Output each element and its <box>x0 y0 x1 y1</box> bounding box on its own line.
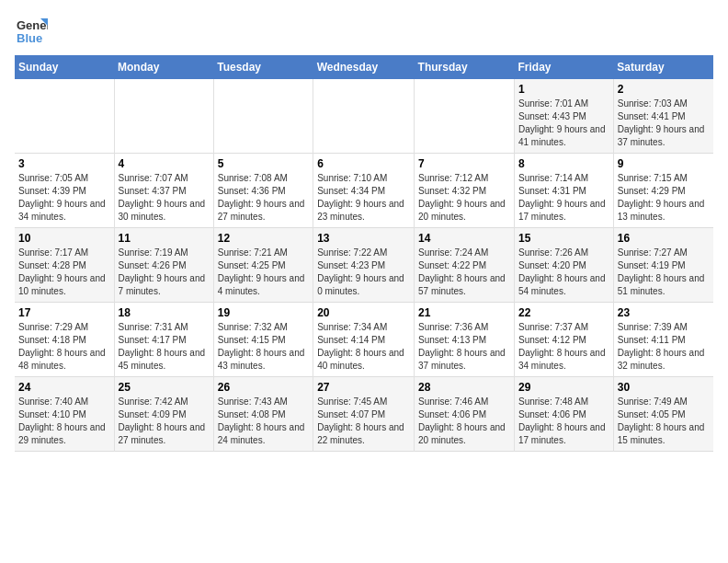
day-info: Sunrise: 7:45 AM Sunset: 4:07 PM Dayligh… <box>317 396 410 447</box>
calendar-week-4: 17Sunrise: 7:29 AM Sunset: 4:18 PM Dayli… <box>15 303 713 377</box>
calendar-cell: 15Sunrise: 7:26 AM Sunset: 4:20 PM Dayli… <box>514 228 613 303</box>
day-number: 24 <box>18 381 110 394</box>
day-info: Sunrise: 7:37 AM Sunset: 4:12 PM Dayligh… <box>518 321 609 373</box>
calendar-cell: 11Sunrise: 7:19 AM Sunset: 4:26 PM Dayli… <box>114 228 213 303</box>
calendar-cell: 24Sunrise: 7:40 AM Sunset: 4:10 PM Dayli… <box>15 377 114 452</box>
day-number: 27 <box>317 381 410 394</box>
day-number: 9 <box>618 157 710 170</box>
calendar-cell: 26Sunrise: 7:43 AM Sunset: 4:08 PM Dayli… <box>213 377 313 452</box>
day-number: 5 <box>218 157 309 170</box>
day-info: Sunrise: 7:01 AM Sunset: 4:43 PM Dayligh… <box>518 98 609 149</box>
day-number: 30 <box>618 381 710 394</box>
calendar-cell: 30Sunrise: 7:49 AM Sunset: 4:05 PM Dayli… <box>613 377 713 452</box>
day-info: Sunrise: 7:34 AM Sunset: 4:14 PM Dayligh… <box>317 321 410 373</box>
calendar-cell <box>415 79 515 154</box>
calendar-cell <box>15 79 114 154</box>
calendar-cell: 5Sunrise: 7:08 AM Sunset: 4:36 PM Daylig… <box>213 154 313 228</box>
day-info: Sunrise: 7:10 AM Sunset: 4:34 PM Dayligh… <box>317 172 410 224</box>
day-info: Sunrise: 7:39 AM Sunset: 4:11 PM Dayligh… <box>618 321 710 373</box>
calendar-week-5: 24Sunrise: 7:40 AM Sunset: 4:10 PM Dayli… <box>15 377 713 452</box>
calendar-cell: 12Sunrise: 7:21 AM Sunset: 4:25 PM Dayli… <box>213 228 313 303</box>
day-info: Sunrise: 7:17 AM Sunset: 4:28 PM Dayligh… <box>18 247 110 298</box>
day-number: 26 <box>218 381 309 394</box>
calendar-cell: 18Sunrise: 7:31 AM Sunset: 4:17 PM Dayli… <box>114 303 213 377</box>
calendar-cell: 25Sunrise: 7:42 AM Sunset: 4:09 PM Dayli… <box>114 377 213 452</box>
day-info: Sunrise: 7:40 AM Sunset: 4:10 PM Dayligh… <box>18 396 110 447</box>
calendar-cell <box>114 79 213 154</box>
calendar-header: SundayMondayTuesdayWednesdayThursdayFrid… <box>15 55 713 79</box>
calendar-cell: 8Sunrise: 7:14 AM Sunset: 4:31 PM Daylig… <box>514 154 613 228</box>
day-number: 29 <box>518 381 609 394</box>
calendar-cell: 10Sunrise: 7:17 AM Sunset: 4:28 PM Dayli… <box>15 228 114 303</box>
calendar-week-1: 1Sunrise: 7:01 AM Sunset: 4:43 PM Daylig… <box>15 79 713 154</box>
day-number: 16 <box>618 232 710 245</box>
calendar-cell <box>213 79 313 154</box>
day-number: 6 <box>317 157 410 170</box>
calendar-cell: 19Sunrise: 7:32 AM Sunset: 4:15 PM Dayli… <box>213 303 313 377</box>
day-info: Sunrise: 7:21 AM Sunset: 4:25 PM Dayligh… <box>218 247 309 298</box>
day-info: Sunrise: 7:19 AM Sunset: 4:26 PM Dayligh… <box>119 247 210 298</box>
calendar-cell: 3Sunrise: 7:05 AM Sunset: 4:39 PM Daylig… <box>15 154 114 228</box>
calendar-cell: 9Sunrise: 7:15 AM Sunset: 4:29 PM Daylig… <box>613 154 713 228</box>
day-number: 11 <box>119 232 210 245</box>
day-number: 18 <box>119 306 210 319</box>
day-info: Sunrise: 7:46 AM Sunset: 4:06 PM Dayligh… <box>418 396 510 447</box>
calendar-week-2: 3Sunrise: 7:05 AM Sunset: 4:39 PM Daylig… <box>15 154 713 228</box>
day-info: Sunrise: 7:03 AM Sunset: 4:41 PM Dayligh… <box>618 98 710 149</box>
logo-icon: General Blue <box>15 15 48 48</box>
day-info: Sunrise: 7:24 AM Sunset: 4:22 PM Dayligh… <box>418 247 510 298</box>
day-number: 25 <box>119 381 210 394</box>
day-info: Sunrise: 7:15 AM Sunset: 4:29 PM Dayligh… <box>618 172 710 224</box>
calendar-cell: 22Sunrise: 7:37 AM Sunset: 4:12 PM Dayli… <box>514 303 613 377</box>
calendar-cell: 29Sunrise: 7:48 AM Sunset: 4:06 PM Dayli… <box>514 377 613 452</box>
day-info: Sunrise: 7:29 AM Sunset: 4:18 PM Dayligh… <box>18 321 110 373</box>
weekday-header-friday: Friday <box>514 55 613 79</box>
day-info: Sunrise: 7:12 AM Sunset: 4:32 PM Dayligh… <box>418 172 510 224</box>
weekday-header-tuesday: Tuesday <box>213 55 313 79</box>
calendar-cell: 23Sunrise: 7:39 AM Sunset: 4:11 PM Dayli… <box>613 303 713 377</box>
day-info: Sunrise: 7:36 AM Sunset: 4:13 PM Dayligh… <box>418 321 510 373</box>
day-number: 20 <box>317 306 410 319</box>
calendar-cell: 2Sunrise: 7:03 AM Sunset: 4:41 PM Daylig… <box>613 79 713 154</box>
day-number: 2 <box>618 83 710 96</box>
day-info: Sunrise: 7:08 AM Sunset: 4:36 PM Dayligh… <box>218 172 309 224</box>
weekday-header-sunday: Sunday <box>15 55 114 79</box>
day-info: Sunrise: 7:32 AM Sunset: 4:15 PM Dayligh… <box>218 321 309 373</box>
day-number: 23 <box>618 306 710 319</box>
weekday-header-saturday: Saturday <box>613 55 713 79</box>
svg-text:Blue: Blue <box>17 31 42 45</box>
weekday-header-wednesday: Wednesday <box>313 55 415 79</box>
day-info: Sunrise: 7:22 AM Sunset: 4:23 PM Dayligh… <box>317 247 410 298</box>
calendar-cell: 1Sunrise: 7:01 AM Sunset: 4:43 PM Daylig… <box>514 79 613 154</box>
weekday-header-thursday: Thursday <box>415 55 515 79</box>
calendar-cell: 16Sunrise: 7:27 AM Sunset: 4:19 PM Dayli… <box>613 228 713 303</box>
day-info: Sunrise: 7:49 AM Sunset: 4:05 PM Dayligh… <box>618 396 710 447</box>
calendar-cell: 27Sunrise: 7:45 AM Sunset: 4:07 PM Dayli… <box>313 377 415 452</box>
day-number: 22 <box>518 306 609 319</box>
calendar-table: SundayMondayTuesdayWednesdayThursdayFrid… <box>15 55 713 452</box>
day-info: Sunrise: 7:31 AM Sunset: 4:17 PM Dayligh… <box>119 321 210 373</box>
calendar-cell: 7Sunrise: 7:12 AM Sunset: 4:32 PM Daylig… <box>415 154 515 228</box>
day-number: 12 <box>218 232 309 245</box>
logo: General Blue <box>15 15 48 48</box>
weekday-header-monday: Monday <box>114 55 213 79</box>
day-info: Sunrise: 7:26 AM Sunset: 4:20 PM Dayligh… <box>518 247 609 298</box>
calendar-cell: 28Sunrise: 7:46 AM Sunset: 4:06 PM Dayli… <box>415 377 515 452</box>
day-number: 14 <box>418 232 510 245</box>
day-info: Sunrise: 7:05 AM Sunset: 4:39 PM Dayligh… <box>18 172 110 224</box>
calendar-body: 1Sunrise: 7:01 AM Sunset: 4:43 PM Daylig… <box>15 79 713 452</box>
day-number: 21 <box>418 306 510 319</box>
day-number: 15 <box>518 232 609 245</box>
day-info: Sunrise: 7:14 AM Sunset: 4:31 PM Dayligh… <box>518 172 609 224</box>
calendar-cell: 14Sunrise: 7:24 AM Sunset: 4:22 PM Dayli… <box>415 228 515 303</box>
day-number: 28 <box>418 381 510 394</box>
calendar-cell: 4Sunrise: 7:07 AM Sunset: 4:37 PM Daylig… <box>114 154 213 228</box>
calendar-cell: 17Sunrise: 7:29 AM Sunset: 4:18 PM Dayli… <box>15 303 114 377</box>
calendar-cell: 20Sunrise: 7:34 AM Sunset: 4:14 PM Dayli… <box>313 303 415 377</box>
day-number: 17 <box>18 306 110 319</box>
calendar-cell: 21Sunrise: 7:36 AM Sunset: 4:13 PM Dayli… <box>415 303 515 377</box>
day-number: 7 <box>418 157 510 170</box>
day-number: 3 <box>18 157 110 170</box>
day-info: Sunrise: 7:43 AM Sunset: 4:08 PM Dayligh… <box>218 396 309 447</box>
day-number: 8 <box>518 157 609 170</box>
